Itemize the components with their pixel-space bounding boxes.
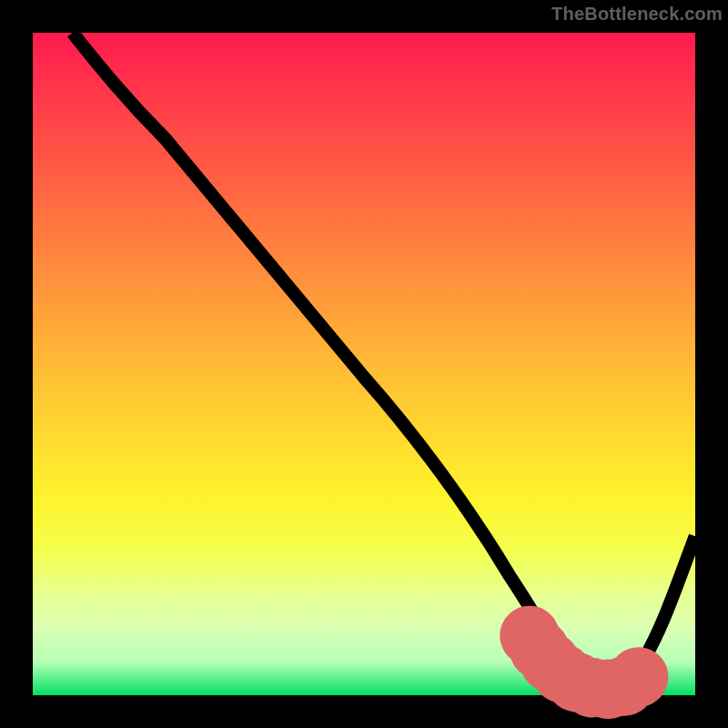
chart-frame: TheBottleneck.com [0,0,728,728]
chart-svg [33,33,695,695]
bottleneck-curve [73,33,695,689]
watermark-text: TheBottleneck.com [551,4,723,25]
plot-wrap [33,33,695,695]
optimal-range-marker [530,635,649,689]
